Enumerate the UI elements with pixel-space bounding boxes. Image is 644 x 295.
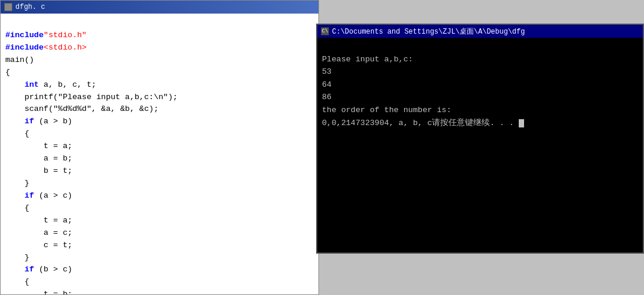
console-window: C\ C:\Documents and Settings\ZJL\桌面\A\De… <box>316 24 644 254</box>
if-cond-3: (b > c) <box>34 265 73 274</box>
swap-ab-1: t = a; <box>44 142 73 150</box>
include-value-2: <stdio.h> <box>44 43 87 52</box>
swap-ac-2: a = c; <box>44 228 73 237</box>
console-line-5: the order of the number is: <box>322 106 451 114</box>
console-line-3: 64 <box>322 80 331 89</box>
console-titlebar: C\ C:\Documents and Settings\ZJL\桌面\A\De… <box>317 25 643 38</box>
if-keyword-3: if <box>24 265 34 274</box>
if-cond-1: (a > b) <box>34 117 73 126</box>
close-brace-2: } <box>24 179 29 188</box>
swap-bc-1: t = b; <box>44 290 73 294</box>
include-keyword-1: #include <box>5 31 44 40</box>
if-keyword-2: if <box>24 191 34 200</box>
if-cond-2: (a > c) <box>34 191 73 200</box>
open-brace-2: { <box>24 129 29 138</box>
code-editor-window: dfgh. c #include"stdio.h" #include<stdio… <box>0 0 319 295</box>
close-brace-3: } <box>24 253 29 262</box>
open-brace-1: { <box>5 68 10 77</box>
if-keyword-1: if <box>24 117 34 126</box>
open-brace-3: { <box>24 204 29 212</box>
main-decl: main() <box>5 55 34 64</box>
console-line-6: 0,0,2147323904, a, b, c请按任意键继续. . . <box>322 119 519 127</box>
console-cursor <box>519 119 524 127</box>
swap-ab-3: b = t; <box>44 166 73 175</box>
code-window-icon <box>4 3 12 11</box>
code-window-title: dfgh. c <box>15 3 45 11</box>
console-output-area: Please input a,b,c: 53 64 86 the order o… <box>317 38 643 253</box>
scanf-1: scanf("%d%d%d", &a, &b, &c); <box>24 104 158 113</box>
include-value-1: "stdio.h" <box>44 31 87 40</box>
open-brace-4: { <box>24 277 29 286</box>
console-window-icon: C\ <box>321 27 329 35</box>
swap-ac-1: t = a; <box>44 216 73 225</box>
swap-ac-3: c = t; <box>44 241 73 250</box>
console-line-4: 86 <box>322 93 331 101</box>
console-line-2: 53 <box>322 67 331 76</box>
include-keyword-2: #include <box>5 43 44 52</box>
code-content-area[interactable]: #include"stdio.h" #include<stdio.h> main… <box>1 14 318 294</box>
console-line-1: Please input a,b,c: <box>322 55 413 64</box>
console-window-title: C:\Documents and Settings\ZJL\桌面\A\Debug… <box>332 27 525 37</box>
code-titlebar: dfgh. c <box>1 1 318 14</box>
int-keyword: int <box>24 80 38 89</box>
var-decl: a, b, c, t; <box>39 80 96 89</box>
printf-1: printf("Please input a,b,c:\n"); <box>24 93 177 101</box>
swap-ab-2: a = b; <box>44 154 73 163</box>
